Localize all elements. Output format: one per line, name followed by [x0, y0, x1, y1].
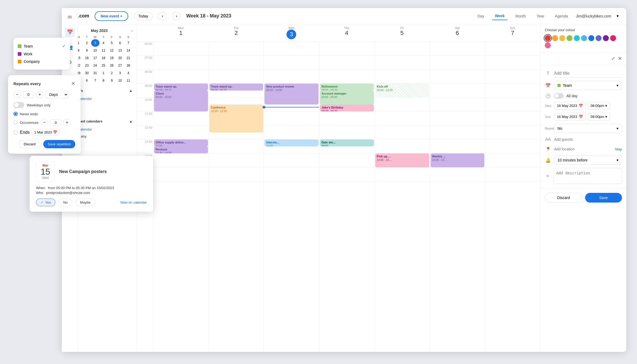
swatch-purple[interactable] [603, 35, 609, 41]
end-date-picker[interactable]: 16 May 2023 📅 [554, 113, 586, 121]
popover-close-button[interactable]: ✕ [71, 81, 75, 87]
view-week-button[interactable]: Week [492, 12, 507, 20]
sidebar-icon-mail[interactable]: ✉ [65, 12, 75, 22]
close-panel-button[interactable]: ✕ [618, 56, 622, 62]
mini-cal-day[interactable]: 5 [108, 39, 116, 47]
day-cell[interactable] [319, 125, 374, 139]
mini-cal-day[interactable]: 12 [108, 47, 116, 54]
calendar-event[interactable]: Dale shr...09:00 [320, 139, 374, 146]
day-cell[interactable] [375, 111, 430, 125]
mini-cal-day[interactable]: 17 [91, 54, 99, 62]
day-cell[interactable] [430, 70, 485, 84]
rp-save-button[interactable]: Save [585, 193, 622, 203]
guests-input[interactable] [554, 136, 622, 143]
occurrences-input[interactable] [50, 119, 61, 126]
view-year-button[interactable]: Year [534, 12, 547, 20]
mini-cal-day[interactable]: 7 [124, 39, 133, 47]
never-ends-option[interactable]: Never ends [13, 112, 75, 116]
mini-cal-day[interactable]: 2 [108, 69, 116, 77]
increment-button[interactable]: + [36, 91, 44, 98]
day-cell[interactable] [319, 70, 374, 84]
day-cell[interactable] [375, 70, 430, 84]
day-cell[interactable] [485, 167, 540, 181]
mini-cal-day[interactable]: 11 [124, 77, 133, 84]
occurrences-radio[interactable] [13, 120, 18, 125]
day-cell[interactable] [375, 42, 430, 56]
day-cell[interactable] [430, 84, 485, 98]
day-cell[interactable] [319, 42, 374, 56]
mini-cal-day[interactable]: 4 [99, 39, 108, 47]
day-cell[interactable] [264, 56, 319, 70]
mini-cal-day[interactable]: 19 [108, 54, 116, 62]
day-cell[interactable] [375, 125, 430, 139]
calendar-event[interactable]: Pick up ...14:00 - 15:... [375, 153, 429, 167]
mini-cal-day[interactable]: 2 [83, 39, 91, 47]
mini-cal-day[interactable]: 20 [116, 54, 124, 62]
day-cell[interactable] [485, 42, 540, 56]
calendar-event[interactable]: Refinement09:00 - 09:30 [320, 84, 374, 91]
mini-cal-day[interactable]: 31 [91, 69, 99, 77]
calendar-event[interactable]: Restock13:30 - 14:00 [154, 146, 208, 153]
cal-popup-company[interactable]: Company [18, 58, 66, 65]
calendar-event[interactable]: Kick-off09:00 - 10:00 [375, 84, 429, 98]
day-cell[interactable] [319, 111, 374, 125]
calendar-event[interactable]: New product review09:00 - 10:00 [264, 84, 319, 104]
day-cell[interactable] [264, 111, 319, 125]
mini-cal-day[interactable]: 6 [116, 39, 124, 47]
mini-cal-day[interactable]: 7 [91, 77, 99, 84]
calendar-event[interactable]: Account manager09:00 - 09:30 [320, 91, 374, 104]
swatch-teal[interactable] [574, 35, 580, 41]
day-cell[interactable] [485, 111, 540, 125]
day-cell[interactable] [153, 42, 209, 56]
swatch-blue[interactable] [588, 35, 594, 41]
interval-input[interactable] [23, 91, 34, 98]
mini-cal-day[interactable]: 11 [99, 47, 108, 54]
day-cell[interactable] [319, 167, 374, 181]
swatch-red[interactable] [545, 35, 551, 41]
mini-cal-day[interactable]: 30 [83, 69, 91, 77]
day-cell[interactable] [430, 111, 485, 125]
calendar-event[interactable]: Team stand up,09:00 - 09:30 [154, 84, 208, 91]
swatch-light-pink[interactable] [545, 42, 551, 48]
mini-cal-day[interactable]: 3 [91, 39, 99, 47]
next-week-button[interactable]: › [172, 12, 181, 20]
day-cell[interactable] [264, 153, 319, 167]
mini-cal-day[interactable]: 6 [83, 77, 91, 84]
view-month-button[interactable]: Month [513, 12, 529, 20]
start-time-picker[interactable]: 08:00pm ▾ [588, 102, 610, 110]
invite-yes-button[interactable]: ✓ Yes [36, 199, 55, 206]
calendar-event[interactable]: Confrence10:30 - 12:30 [209, 104, 263, 132]
location-input[interactable] [554, 146, 613, 152]
swatch-indigo[interactable] [596, 35, 602, 41]
day-cell[interactable] [264, 125, 319, 139]
day-cell[interactable] [485, 139, 540, 153]
day-cell[interactable] [264, 167, 319, 181]
day-cell[interactable] [485, 153, 540, 167]
mini-cal-day[interactable]: 14 [124, 47, 133, 54]
mini-cal-day[interactable]: 21 [124, 54, 133, 62]
allday-toggle[interactable] [554, 93, 564, 99]
mini-cal-day[interactable]: 25 [99, 62, 108, 69]
mini-cal-day[interactable]: 23 [83, 62, 91, 69]
save-repetition-button[interactable]: Save repetition [43, 140, 75, 148]
popover-discard-button[interactable]: Discard [19, 140, 41, 148]
day-cell[interactable] [375, 139, 430, 153]
mini-cal-day[interactable]: 8 [99, 77, 108, 84]
start-date-picker[interactable]: 16 May 2023 📅 [554, 102, 586, 110]
ends-radio[interactable] [13, 130, 18, 135]
calendar-event[interactable]: Intervie...13:00 [264, 139, 319, 146]
mini-cal-day[interactable]: 13 [116, 47, 124, 54]
invite-no-button[interactable]: No [59, 199, 72, 206]
new-event-button[interactable]: New event + [95, 11, 128, 21]
day-cell[interactable] [319, 56, 374, 70]
day-cell[interactable] [209, 56, 264, 70]
swatch-pink[interactable] [610, 35, 616, 41]
swatch-orange[interactable] [552, 35, 558, 41]
day-cell[interactable] [430, 56, 485, 70]
map-link[interactable]: Map [615, 147, 622, 151]
mini-cal-day[interactable]: 18 [99, 54, 108, 62]
view-day-button[interactable]: Day [475, 12, 487, 20]
calendar-event[interactable]: Office supply delive...13:00 [154, 139, 208, 146]
day-cell[interactable] [153, 167, 209, 181]
day-cell[interactable] [485, 84, 540, 98]
